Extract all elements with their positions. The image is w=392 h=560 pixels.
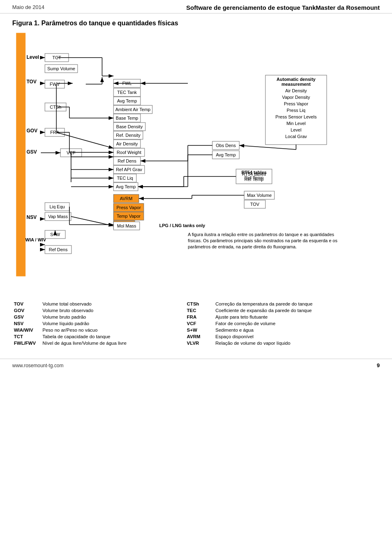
abbrev-row-fwl: FWL/FWV Nível de água livre/Volume de ág… xyxy=(12,340,380,346)
svg-text:Base Density: Base Density xyxy=(116,124,143,129)
svg-text:Min Level: Min Level xyxy=(286,121,305,126)
abbrev-key-vcf: VCF xyxy=(185,320,214,327)
svg-line-134 xyxy=(56,132,114,148)
abbrev-val-vcf: Fator de correção de volume xyxy=(214,320,380,327)
svg-text:parâmetros de entrada, na part: parâmetros de entrada, na parte direita … xyxy=(188,244,297,249)
footer-page-number: 9 xyxy=(377,362,380,368)
abbrev-row-gsv: GSV Volume bruto padrão FRA Ajuste para … xyxy=(12,314,380,320)
svg-text:Avg Temp: Avg Temp xyxy=(117,98,137,103)
svg-text:Avg Temp: Avg Temp xyxy=(116,184,136,189)
svg-text:Max Volume: Max Volume xyxy=(247,193,272,198)
svg-text:Level: Level xyxy=(27,54,39,60)
figure-title: Figura 1. Parâmetros do tanque e quantid… xyxy=(12,20,380,27)
svg-text:WIA / WIV: WIA / WIV xyxy=(25,237,47,242)
abbreviations-table: TOV Volume total observado CTSh Correção… xyxy=(12,301,380,346)
abbrev-val-vlvr: Relação de volume do vapor líquido xyxy=(214,340,380,346)
abbrev-key-sw: S+W xyxy=(185,327,214,333)
abbrev-key-gsv: GSV xyxy=(12,314,41,320)
abbrev-key-gov: GOV xyxy=(12,307,41,314)
footer-url: www.rosemount-tg.com xyxy=(12,363,63,368)
svg-text:Ref Dens: Ref Dens xyxy=(49,247,68,252)
abbrev-key-avrm: AVRM xyxy=(185,333,214,340)
svg-text:Obs Dens: Obs Dens xyxy=(216,143,236,148)
abbrev-val-sw: Sedimento e água xyxy=(214,327,380,333)
abbrev-val-tov: Volume total observado xyxy=(41,301,185,307)
abbrev-row-wiawiv: WIA/WIV Peso no ar/Peso no vácuo S+W Sed… xyxy=(12,327,380,333)
svg-text:NSV: NSV xyxy=(27,214,37,220)
abbrev-val-gov: Volume bruto observado xyxy=(41,307,185,314)
abbrev-key-wiawiv: WIA/WIV xyxy=(12,327,41,333)
svg-text:TOV: TOV xyxy=(250,202,260,207)
abbrev-row-tov: TOV Volume total observado CTSh Correção… xyxy=(12,301,380,307)
diagram-area: LevelTOVGOVGSVNSVWIA / WIVTCTSump Volume… xyxy=(12,31,380,292)
svg-text:TOV: TOV xyxy=(27,79,36,85)
abbrev-key-tct: TCT xyxy=(12,333,41,340)
svg-text:Ref API Grav: Ref API Grav xyxy=(116,167,143,172)
svg-text:TEC Liq: TEC Liq xyxy=(117,176,133,181)
svg-text:AVRM: AVRM xyxy=(120,196,133,201)
svg-text:Roof Weight: Roof Weight xyxy=(117,150,141,155)
abbrev-key-ctsh: CTSh xyxy=(185,301,214,307)
svg-text:RT54 tables: RT54 tables xyxy=(241,170,267,175)
svg-text:Temp Vapor: Temp Vapor xyxy=(117,214,141,219)
svg-text:Press Sensor Levels: Press Sensor Levels xyxy=(276,114,317,119)
svg-text:Vap Mass: Vap Mass xyxy=(48,214,68,219)
svg-text:Ref Dens: Ref Dens xyxy=(118,158,136,163)
svg-text:Avg Temp: Avg Temp xyxy=(216,152,236,157)
abbrev-val-wiawiv: Peso no ar/Peso no vácuo xyxy=(41,327,185,333)
svg-text:Automatic density: Automatic density xyxy=(276,77,316,82)
svg-text:Local Grav: Local Grav xyxy=(285,134,307,139)
svg-text:GOV: GOV xyxy=(27,128,38,134)
svg-text:Air Density: Air Density xyxy=(285,88,307,93)
abbrev-key-vlvr: VLVR xyxy=(185,340,214,346)
svg-text:Sump Volume: Sump Volume xyxy=(47,66,75,71)
svg-text:Press Liq: Press Liq xyxy=(287,108,305,113)
svg-text:Air Density: Air Density xyxy=(116,141,138,146)
abbrev-row-gov: GOV Volume bruto observado TEC Coeficien… xyxy=(12,307,380,314)
abbrev-val-ctsh: Correção da temperatura da parede do tan… xyxy=(214,301,380,307)
page-footer: www.rosemount-tg.com 9 xyxy=(0,359,392,372)
svg-text:Liq Equ: Liq Equ xyxy=(49,204,65,209)
svg-text:Ref Temp: Ref Temp xyxy=(245,175,264,180)
diagram-svg: LevelTOVGOVGSVNSVWIA / WIVTCTSump Volume… xyxy=(12,31,372,284)
abbrev-val-fwl: Nível de água livre/Volume de água livre xyxy=(41,340,185,346)
abbrev-val-fra: Ajuste para teto flutuante xyxy=(214,314,380,320)
abbrev-key-fra: FRA xyxy=(185,314,214,320)
svg-text:Press Vapor: Press Vapor xyxy=(116,205,141,210)
svg-text:LPG / LNG tanks only: LPG / LNG tanks only xyxy=(159,223,205,228)
abbrev-key-fwl: FWL/FWV xyxy=(12,340,41,346)
svg-text:GSV: GSV xyxy=(27,149,37,155)
page-header: Maio de 2014 Software de gerenciamento d… xyxy=(0,0,392,13)
header-title: Software de gerenciamento de estoque Tan… xyxy=(186,4,380,11)
abbrev-key-tec: TEC xyxy=(185,307,214,314)
svg-text:A figura ilustra a relação ent: A figura ilustra a relação entre os parâ… xyxy=(188,232,334,237)
svg-text:Ref. Density: Ref. Density xyxy=(116,133,140,138)
abbrev-val-tct: Tabela de capacidade do tanque xyxy=(41,333,185,340)
abbrev-key-nsv: NSV xyxy=(12,320,41,327)
svg-line-120 xyxy=(239,145,296,149)
abbrev-key-tov: TOV xyxy=(12,301,41,307)
abbrev-val-gsv: Volume bruto padrão xyxy=(41,314,185,320)
svg-text:measurement: measurement xyxy=(281,82,311,87)
svg-text:Mol Mass: Mol Mass xyxy=(117,223,136,228)
abbrev-val-nsv: Volume líquido padrão xyxy=(41,320,185,327)
abbreviations-section: TOV Volume total observado CTSh Correção… xyxy=(12,301,380,346)
svg-text:Press Vapor: Press Vapor xyxy=(284,101,308,106)
svg-text:Level: Level xyxy=(291,127,301,132)
header-date: Maio de 2014 xyxy=(12,4,45,10)
abbrev-val-tec: Coeficiente de expansão da parede do tan… xyxy=(214,307,380,314)
svg-rect-2 xyxy=(16,33,25,276)
svg-text:Vapor Density: Vapor Density xyxy=(282,95,310,100)
abbrev-val-avrm: Espaço disponível xyxy=(214,333,380,340)
main-content: Figura 1. Parâmetros do tanque e quantid… xyxy=(0,13,392,355)
svg-text:TEC Tank: TEC Tank xyxy=(117,90,137,95)
abbrev-row-nsv: NSV Volume líquido padrão VCF Fator de c… xyxy=(12,320,380,327)
svg-text:FWV: FWV xyxy=(50,82,60,87)
svg-text:Base Temp: Base Temp xyxy=(116,116,138,120)
abbrev-row-tct: TCT Tabela de capacidade do tanque AVRM … xyxy=(12,333,380,340)
svg-text:Ambient Air Temp: Ambient Air Temp xyxy=(115,107,150,112)
svg-text:físicas. Os parâmetros princip: físicas. Os parâmetros principais são mo… xyxy=(188,238,338,243)
